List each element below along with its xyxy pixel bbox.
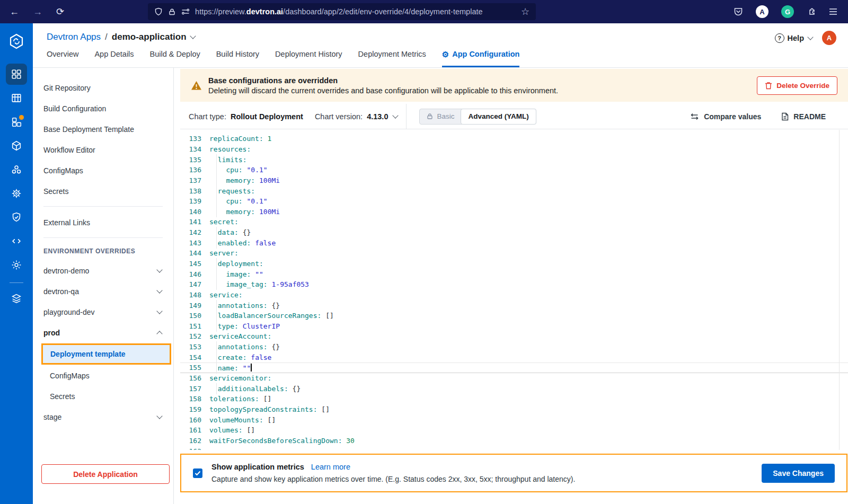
shield-icon[interactable] <box>154 7 163 16</box>
learn-more-link[interactable]: Learn more <box>311 463 350 471</box>
tab-app-details[interactable]: App Details <box>94 50 134 67</box>
rail-clusters-icon[interactable] <box>6 159 27 180</box>
app-switcher-chevron-icon[interactable] <box>190 33 196 39</box>
sidebar-item-base-deployment-template[interactable]: Base Deployment Template <box>33 119 173 139</box>
code-line-138[interactable]: 138requests: <box>180 185 848 196</box>
code-line-160[interactable]: 160volumeMounts: [] <box>180 414 848 425</box>
sidebar-item-configmaps[interactable]: ConfigMaps <box>33 160 173 181</box>
browser-back-button[interactable]: ← <box>10 6 19 17</box>
rail-security-shield-icon[interactable] <box>6 207 27 228</box>
code-line-159[interactable]: 159topologySpreadConstraints: [] <box>180 404 848 415</box>
env-devtron-demo[interactable]: devtron-demo <box>33 260 173 281</box>
code-line-137[interactable]: 137memory: 100Mi <box>180 175 848 186</box>
code-line-142[interactable]: 142data: {} <box>180 227 848 238</box>
tab-build-history[interactable]: Build History <box>216 50 259 67</box>
code-line-156[interactable]: 156servicemonitor: <box>180 373 848 384</box>
sidebar-item-prod-secrets[interactable]: Secrets <box>33 386 173 406</box>
code-line-146[interactable]: 146image: "" <box>180 269 848 279</box>
bookmark-star-icon[interactable]: ☆ <box>521 7 529 16</box>
rail-packages-icon[interactable] <box>6 135 27 156</box>
rail-settings-gear-icon[interactable] <box>6 254 27 276</box>
tab-build-deploy[interactable]: Build & Deploy <box>150 50 200 67</box>
delete-override-button[interactable]: Delete Override <box>757 76 837 95</box>
user-avatar[interactable]: A <box>822 31 836 45</box>
code-line-157[interactable]: 157additionalLabels: {} <box>180 383 848 394</box>
code-line-141[interactable]: 141secret: <box>180 217 848 227</box>
env-playground-dev[interactable]: playground-dev <box>33 302 173 322</box>
sidebar-item-deployment-template-active[interactable]: Deployment template <box>41 343 171 365</box>
code-line-161[interactable]: 161volumes: [] <box>180 425 848 436</box>
tab-app-configuration[interactable]: ⚙ App Configuration <box>442 50 520 67</box>
rail-code-icon[interactable] <box>6 231 27 252</box>
chart-version-dropdown-chevron[interactable] <box>393 112 399 118</box>
sidebar-item-prod-configmaps[interactable]: ConfigMaps <box>33 365 173 386</box>
notification-dot <box>19 115 24 120</box>
code-line-149[interactable]: 149annotations: {} <box>180 300 848 311</box>
code-line-145[interactable]: 145deployment: <box>180 259 848 269</box>
rail-app-store-icon[interactable] <box>6 111 27 132</box>
browser-forward-button[interactable]: → <box>33 6 42 17</box>
yaml-editor[interactable]: 133replicaCount: 1134resources:135limits… <box>180 130 848 450</box>
sidebar-item-build-configuration[interactable]: Build Configuration <box>33 98 173 119</box>
code-line-151[interactable]: 151type: ClusterIP <box>180 321 848 332</box>
compare-values-button[interactable]: Compare values <box>690 112 761 121</box>
rail-applications-icon[interactable] <box>6 64 27 85</box>
permissions-icon[interactable] <box>181 8 190 15</box>
code-line-133[interactable]: 133replicaCount: 1 <box>180 134 848 144</box>
code-line-154[interactable]: 154create: false <box>180 352 848 362</box>
readme-button[interactable]: README <box>781 112 826 121</box>
code-line-153[interactable]: 153annotations: {} <box>180 342 848 352</box>
sidebar-item-secrets[interactable]: Secrets <box>33 181 173 201</box>
code-line-140[interactable]: 140memory: 100Mi <box>180 206 848 217</box>
browser-account-avatar[interactable]: A <box>756 5 768 18</box>
line-number: 162 <box>180 437 201 445</box>
extensions-puzzle-icon[interactable] <box>807 7 816 16</box>
document-icon <box>781 112 789 121</box>
line-number: 134 <box>180 145 201 153</box>
basic-mode-button[interactable]: Basic <box>420 109 461 124</box>
code-line-163[interactable]: 163 <box>180 446 848 450</box>
sidebar-item-external-links[interactable]: External Links <box>33 212 173 233</box>
code-line-139[interactable]: 139cpu: "0.1" <box>180 196 848 207</box>
line-number: 140 <box>180 208 201 216</box>
code-line-136[interactable]: 136cpu: "0.1" <box>180 165 848 175</box>
tab-deployment-history[interactable]: Deployment History <box>275 50 342 67</box>
code-line-150[interactable]: 150loadBalancerSourceRanges: [] <box>180 311 848 321</box>
code-line-143[interactable]: 143enabled: false <box>180 237 848 248</box>
code-line-158[interactable]: 158tolerations: [] <box>180 394 848 404</box>
tab-overview[interactable]: Overview <box>47 50 78 67</box>
delete-application-button[interactable]: Delete Application <box>41 464 170 484</box>
lock-icon[interactable] <box>168 8 176 16</box>
address-bar[interactable]: https://preview.devtron.ai/dashboard/app… <box>148 3 536 20</box>
rail-helm-wheel-icon[interactable] <box>6 183 27 204</box>
rail-stack-icon[interactable] <box>6 288 27 309</box>
code-line-147[interactable]: 147image_tag: 1-95af053 <box>180 279 848 290</box>
sidebar-item-workflow-editor[interactable]: Workflow Editor <box>33 139 173 160</box>
env-prod[interactable]: prod <box>33 322 173 343</box>
code-line-134[interactable]: 134resources: <box>180 144 848 155</box>
grammarly-extension-icon[interactable]: G <box>781 5 794 18</box>
pocket-icon[interactable] <box>734 7 743 16</box>
advanced-yaml-mode-button[interactable]: Advanced (YAML) <box>461 109 536 125</box>
env-stage[interactable]: stage <box>33 406 173 427</box>
devtron-logo[interactable] <box>8 33 25 50</box>
code-lines: 133replicaCount: 1134resources:135limits… <box>180 134 848 450</box>
save-changes-button[interactable]: Save Changes <box>762 464 835 483</box>
code-line-162[interactable]: 162waitForSecondsBeforeScalingDown: 30 <box>180 436 848 446</box>
menu-hamburger-icon[interactable] <box>829 8 837 15</box>
tab-deployment-metrics[interactable]: Deployment Metrics <box>358 50 426 67</box>
rail-charts-icon[interactable] <box>6 87 27 109</box>
help-menu[interactable]: ? Help <box>775 33 812 43</box>
code-line-135[interactable]: 135limits: <box>180 154 848 165</box>
trash-icon <box>765 82 772 90</box>
sidebar-item-git-repository[interactable]: Git Repository <box>33 77 173 98</box>
show-metrics-checkbox[interactable] <box>193 468 202 478</box>
code-line-144[interactable]: 144server: <box>180 248 848 259</box>
breadcrumb-root-link[interactable]: Devtron Apps <box>47 32 101 42</box>
code-line-155[interactable]: 155name: "" <box>180 362 848 373</box>
code-line-148[interactable]: 148service: <box>180 290 848 300</box>
code-line-152[interactable]: 152serviceAccount: <box>180 331 848 342</box>
browser-reload-button[interactable]: ⟳ <box>56 6 64 17</box>
line-number: 158 <box>180 395 201 403</box>
env-devtron-qa[interactable]: devtron-qa <box>33 281 173 302</box>
